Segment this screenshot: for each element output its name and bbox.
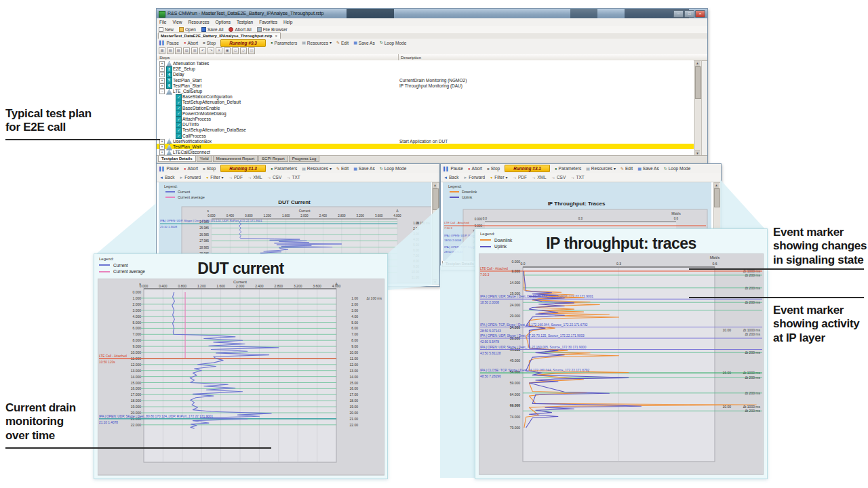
menu-item[interactable]: Favorites bbox=[259, 20, 277, 24]
scroll-thumb[interactable] bbox=[714, 188, 720, 207]
tree-toolbar-icon[interactable]: ▥ bbox=[191, 47, 198, 54]
tree-toolbar-icon[interactable]: ▣ bbox=[224, 47, 231, 54]
monitor-tab-testplan-details[interactable]: Testplan Details bbox=[442, 261, 477, 267]
tree-toolbar-icon[interactable]: ▤ bbox=[183, 47, 190, 54]
menu-item[interactable]: File bbox=[159, 20, 166, 24]
nav-forward-button[interactable]: ►Forward bbox=[463, 175, 485, 180]
toolbar-button-file-browser[interactable]: File Browser bbox=[257, 27, 288, 32]
chart-scrollbar[interactable]: ▲ ▼ bbox=[432, 182, 439, 285]
tree-toolbar-icon[interactable]: ◫ bbox=[248, 47, 255, 54]
run-abort-button[interactable]: ●Abort bbox=[184, 166, 198, 171]
run-loop-button[interactable]: ↻Loop Mode bbox=[380, 41, 407, 45]
menu-item[interactable]: View bbox=[172, 20, 182, 24]
bottom-tab-progress-log[interactable]: Progress Log bbox=[289, 156, 320, 162]
tree-row[interactable]: ✓CallProcess bbox=[157, 133, 694, 138]
tree-row[interactable]: ✓PowerOnMobileDialog bbox=[157, 110, 694, 116]
nav-csv-button[interactable]: → CSV bbox=[551, 175, 566, 180]
menu-item[interactable]: Help bbox=[283, 20, 292, 24]
toolbar-button-open[interactable]: Open bbox=[179, 27, 196, 32]
nav-csv-button[interactable]: → CSV bbox=[267, 175, 282, 180]
run-save-as-button[interactable]: ▦Save As bbox=[353, 166, 375, 171]
run-abort-button[interactable]: ●Abort bbox=[468, 166, 482, 171]
nav-back-button[interactable]: ◄Back bbox=[443, 175, 458, 180]
run-pause-button[interactable]: ▌▌Pause bbox=[159, 166, 179, 171]
nav-filter-button[interactable]: ▼Filter▾ bbox=[205, 175, 223, 180]
run-save-as-button[interactable]: ▦Save As bbox=[637, 166, 659, 171]
scroll-up-arrow[interactable]: ▲ bbox=[695, 61, 700, 66]
tree-toolbar-icon[interactable]: ↶ bbox=[199, 47, 206, 54]
nav-xml-button[interactable]: → XML bbox=[532, 175, 547, 180]
tree-row[interactable]: +3E2E_Setup bbox=[157, 66, 694, 71]
run-parameters-button[interactable]: ●Parameters bbox=[555, 166, 581, 171]
run-parameters-button[interactable]: ●Parameters bbox=[271, 166, 297, 171]
tree-row[interactable]: +LTECallDisconnect bbox=[157, 149, 694, 155]
nav-filter-button[interactable]: ▼Filter▾ bbox=[490, 175, 507, 180]
nav-txt-button[interactable]: → TXT bbox=[286, 175, 300, 180]
tree-row[interactable]: ✓TestSetupAttenuation_Default bbox=[157, 99, 694, 104]
scroll-up-arrow[interactable]: ▲ bbox=[714, 183, 719, 188]
run-resources-button[interactable]: ▤Resources▾ bbox=[302, 166, 332, 171]
tree-toolbar-icon[interactable]: ↷ bbox=[208, 47, 214, 54]
toolbar-button-abort-all[interactable]: Abort All bbox=[229, 27, 251, 32]
nav-pdf-button[interactable]: → PDF bbox=[513, 175, 527, 180]
tab-close-icon[interactable]: × bbox=[275, 34, 278, 38]
close-button[interactable]: × bbox=[695, 10, 705, 18]
tree-row[interactable]: ✓DUTInfo bbox=[157, 121, 694, 127]
tree-toolbar-icon[interactable]: ✕ bbox=[216, 47, 222, 54]
bottom-tab-scpi-report[interactable]: SCPI Report bbox=[258, 156, 288, 162]
run-save-as-button[interactable]: ▦Save As bbox=[353, 41, 375, 45]
tree-row[interactable]: ✓BaseStationConfiguration bbox=[157, 94, 694, 99]
tree-toolbar-icon[interactable]: ▭ bbox=[232, 47, 239, 54]
run-parameters-button[interactable]: ●Parameters bbox=[271, 41, 297, 45]
run-stop-button[interactable]: ■Stop bbox=[203, 41, 216, 45]
scroll-up-arrow[interactable]: ▲ bbox=[433, 183, 437, 188]
tree-row[interactable]: ✓BaseStationEnable bbox=[157, 105, 694, 110]
toolbar-button-save-all[interactable]: Save All bbox=[201, 27, 224, 32]
nav-forward-button[interactable]: ►Forward bbox=[179, 175, 201, 180]
run-loop-button[interactable]: ↻Loop Mode bbox=[664, 166, 691, 171]
tree-row[interactable]: +Attenuation Tables bbox=[157, 60, 694, 66]
tree-row[interactable]: -LTE_CallSetup bbox=[157, 88, 694, 94]
tree-scrollbar[interactable]: ▲ ▼ bbox=[694, 60, 702, 157]
menu-item[interactable]: Resources bbox=[188, 20, 209, 24]
bottom-tab-yield[interactable]: Yield bbox=[197, 156, 212, 162]
run-pause-button[interactable]: ▌▌Pause bbox=[443, 166, 463, 171]
tree-toolbar-icon[interactable]: ▧ bbox=[167, 47, 174, 54]
document-tab[interactable]: MasterTest_DataE2E_Battery_IPAnalyse_Thr… bbox=[158, 33, 281, 39]
tree-toolbar-icon[interactable]: ▦ bbox=[159, 47, 165, 54]
bottom-tab-measurement-report[interactable]: Measurement Report bbox=[213, 156, 258, 162]
tree-toolbar-icon[interactable]: ▨ bbox=[175, 47, 182, 54]
run-resources-button[interactable]: ▤Resources▾ bbox=[586, 166, 616, 171]
tree-row[interactable]: ✓AttachProcess bbox=[157, 116, 694, 121]
run-loop-button[interactable]: ↻Loop Mode bbox=[380, 166, 407, 171]
run-stop-button[interactable]: ■Stop bbox=[487, 166, 500, 171]
run-pause-button[interactable]: ▌▌Pause bbox=[159, 41, 179, 45]
scroll-thumb[interactable] bbox=[695, 66, 701, 99]
scroll-down-arrow[interactable]: ▼ bbox=[433, 279, 437, 285]
tree-row[interactable]: +UserNotificationBoxStart Application on… bbox=[157, 138, 694, 144]
title-bar[interactable]: R&S CMWrun - MasterTest_DataE2E_Battery_… bbox=[157, 9, 707, 18]
tree-row[interactable]: +5TestPlan_StartCurrentDrain Monitoring … bbox=[157, 77, 694, 83]
nav-pdf-button[interactable]: → PDF bbox=[229, 175, 243, 180]
run-edit-button[interactable]: ✎Edit bbox=[620, 166, 633, 171]
nav-txt-button[interactable]: → TXT bbox=[570, 175, 584, 180]
tree-row[interactable]: ✓TestSetupAttenuation_DataBase bbox=[157, 127, 694, 132]
tree-row[interactable]: +6TestPlan_StartIP Throughput Monitoring… bbox=[157, 83, 694, 88]
run-abort-button[interactable]: ●Abort bbox=[184, 41, 198, 45]
expand-toggle-icon[interactable]: + bbox=[159, 150, 165, 155]
nav-xml-button[interactable]: → XML bbox=[248, 175, 262, 180]
run-edit-button[interactable]: ✎Edit bbox=[336, 166, 349, 171]
bottom-tab-testplan-details[interactable]: Testplan Details bbox=[158, 156, 196, 162]
menu-item[interactable]: Testplan bbox=[237, 20, 253, 24]
minimize-button[interactable]: – bbox=[673, 10, 684, 18]
run-resources-button[interactable]: ▤Resources▾ bbox=[302, 41, 332, 45]
tree-toolbar-icon[interactable]: ▱ bbox=[240, 47, 247, 54]
toolbar-button-new[interactable]: New bbox=[159, 27, 174, 32]
menu-item[interactable]: Options bbox=[216, 20, 231, 24]
tree-row[interactable]: +TestPlan_Wait bbox=[157, 144, 694, 149]
maximize-button[interactable]: □ bbox=[684, 10, 694, 18]
run-edit-button[interactable]: ✎Edit bbox=[336, 41, 349, 45]
run-stop-button[interactable]: ■Stop bbox=[203, 166, 216, 171]
tree-row[interactable]: +4Delay bbox=[157, 71, 694, 77]
nav-back-button[interactable]: ◄Back bbox=[159, 175, 174, 180]
